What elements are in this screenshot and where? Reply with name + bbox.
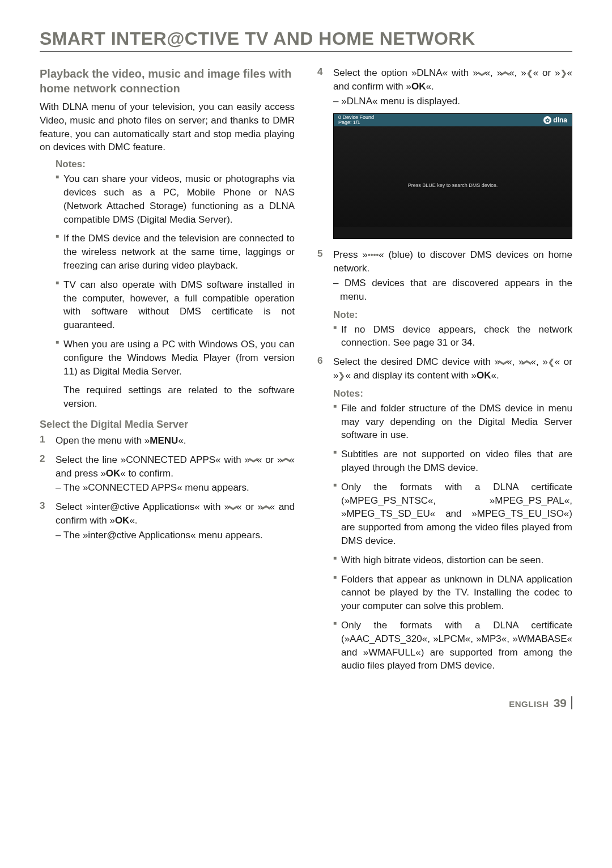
list-item: The required settings are related to the… [56,384,295,411]
sub-result: – »DLNA« menu is displayed. [333,95,572,108]
sub-heading: Select the Digital Media Server [40,419,295,431]
list-item: Subtitles are not supported on video fil… [333,448,572,475]
sub-result: – DMS devices that are discovered appear… [333,276,572,304]
step-number: 3 [40,500,49,542]
sub-result: – The »CONNECTED APPS« menu appears. [56,481,295,495]
notes-list: You can share your videos, music or phot… [40,172,295,411]
right-icon: ❯ [560,69,567,78]
list-item: TV can also operate with DMS software in… [56,278,295,332]
notes-heading: Notes: [56,159,295,170]
footer-page-number: 39 [554,696,572,709]
footer-language: ENGLISH [509,699,549,709]
up-icon: ❮ [261,504,272,511]
section-heading: Playback the video, music and image file… [40,66,295,96]
up-icon: ❮ [280,457,292,463]
text: Select the desired DMC device with » [333,356,500,367]
ok-key: OK [411,81,426,92]
page-footer: ENGLISH 39 [40,696,572,710]
list-item: When you are using a PC with Windows OS,… [56,338,295,378]
blue-dots-icon: •••• [368,250,379,259]
list-item: If the DMS device and the television are… [56,232,295,272]
notes-heading: Notes: [333,388,572,399]
menu-key: MENU [150,435,178,446]
list-item: Only the formats with a DLNA certificate… [333,619,572,673]
text: «. [491,370,499,381]
step-number: 4 [317,66,326,108]
step-1: 1 Open the menu with »MENU«. [40,434,295,448]
ok-key: OK [115,515,130,526]
left-icon: ❮ [526,69,533,78]
text: «. [129,515,137,526]
text: Select the line »CONNECTED APPS« with » [56,454,250,465]
down-icon: ❮ [498,359,509,366]
notes-list: File and folder structure of the DMS dev… [317,402,572,673]
step-3: 3 Select »inter@ctive Applications« with… [40,500,295,542]
step-number: 1 [40,434,49,448]
text: Select »inter@ctive Applications« with » [56,501,230,512]
list-item: Folders that appear as unknown in DLNA a… [333,573,572,613]
text: «, » [530,356,547,367]
text: « or » [533,67,560,78]
ok-key: OK [477,370,491,381]
dlna-menu-screenshot: 0 Device Found Page: 1/1 ✿ dlna Press BL… [333,113,572,239]
step-number: 2 [40,453,49,495]
list-item: Only the formats with a DLNA certificate… [333,480,572,548]
up-icon: ❮ [522,359,533,366]
two-column-layout: Playback the video, music and image file… [40,66,572,678]
left-icon: ❮ [548,358,555,367]
text: Open the menu with » [56,435,150,446]
text: Select the option »DLNA« with » [333,67,478,78]
step-6: 6 Select the desired DMC device with »❮«… [317,355,572,382]
text: «. [426,81,434,92]
text: «, » [509,67,526,78]
up-icon: ❮ [500,70,511,77]
step-5: 5 Press »••••« (blue) to discover DMS de… [317,248,572,303]
text: «. [178,435,186,446]
sub-result: – The »inter@ctive Applications« menu ap… [56,529,295,542]
text: « or » [236,501,263,512]
right-column: 4 Select the option »DLNA« with »❮«, »❮«… [317,66,572,678]
text: Press » [333,249,368,260]
text: « and display its content with » [345,370,477,381]
step-number: 6 [317,355,326,382]
list-item: With high bitrate videos, distortion can… [333,554,572,567]
list-item: If no DMS device appears, check the netw… [333,323,572,350]
intro-paragraph: With DLNA menu of your television, you c… [40,100,295,154]
device-found-label: 0 Device Found [338,115,543,121]
left-column: Playback the video, music and image file… [40,66,295,678]
text: « to confirm. [120,468,173,479]
down-icon: ❮ [476,70,487,77]
numbered-steps: 1 Open the menu with »MENU«. 2 Select th… [40,434,295,542]
text: « or » [257,454,283,465]
page-title: SMART INTER@CTIVE TV AND HOME NETWORK [40,28,572,52]
hint-text: Press BLUE key to search DMS device. [334,182,572,188]
ok-key: OK [106,468,121,479]
list-item: File and folder structure of the DMS dev… [333,402,572,442]
bottom-bar [334,227,572,239]
dlna-logo-text: dlna [553,116,567,124]
step-number: 5 [317,248,326,303]
dlna-logo: ✿ dlna [543,116,567,124]
list-item: You can share your videos, music or phot… [56,172,295,226]
page-label: Page: 1/1 [338,120,543,126]
note-list: If no DMS device appears, check the netw… [317,323,572,350]
step-4: 4 Select the option »DLNA« with »❮«, »❮«… [317,66,572,108]
right-icon: ❯ [338,371,345,380]
dlna-icon: ✿ [543,116,551,124]
step-2: 2 Select the line »CONNECTED APPS« with … [40,453,295,495]
note-heading: Note: [333,309,572,321]
down-icon: ❮ [227,504,239,511]
down-icon: ❮ [248,457,259,463]
